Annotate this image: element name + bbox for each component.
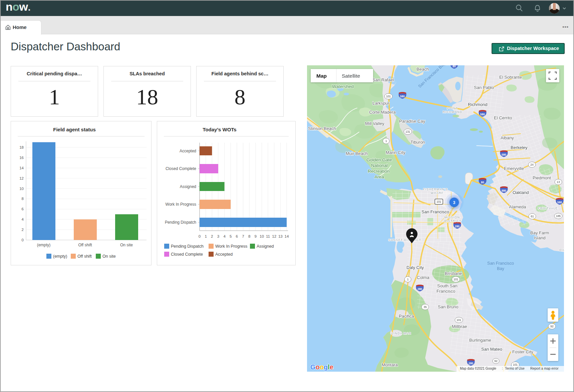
svg-text:1: 1 <box>205 234 207 238</box>
svg-text:MISSION: MISSION <box>445 216 460 219</box>
svg-text:3: 3 <box>217 234 219 238</box>
svg-text:Millbrae: Millbrae <box>452 324 467 329</box>
svg-text:Work In Progress: Work In Progress <box>166 202 196 207</box>
svg-text:Bay Farm: Bay Farm <box>530 230 549 235</box>
svg-text:Terms of Use: Terms of Use <box>505 367 525 370</box>
svg-text:Off shift: Off shift <box>78 243 92 247</box>
svg-text:Paradise Cay: Paradise Cay <box>399 119 425 124</box>
svg-text:1: 1 <box>385 139 387 143</box>
svg-text:Closed Complete: Closed Complete <box>171 252 203 257</box>
svg-text:580: 580 <box>480 113 485 116</box>
svg-text:3: 3 <box>453 200 456 205</box>
svg-text:Alameda: Alameda <box>509 204 526 209</box>
svg-text:Berkeley: Berkeley <box>511 145 528 150</box>
svg-text:Beach: Beach <box>416 67 429 72</box>
svg-text:San Bruno: San Bruno <box>438 304 458 309</box>
svg-text:El Sobrante: El Sobrante <box>499 75 522 80</box>
svg-text:South San: South San <box>437 283 458 288</box>
svg-text:24: 24 <box>530 163 534 166</box>
svg-text:Oakland: Oakland <box>513 190 529 195</box>
svg-text:101: 101 <box>457 318 461 322</box>
svg-text:Marin City: Marin City <box>386 150 405 155</box>
svg-text:280: 280 <box>455 225 460 228</box>
svg-text:Accepted: Accepted <box>215 252 233 257</box>
svg-text:Burlingame: Burlingame <box>469 338 491 343</box>
svg-text:580: 580 <box>502 153 506 156</box>
svg-text:1: 1 <box>407 278 409 281</box>
svg-text:Muir Beach: Muir Beach <box>346 151 368 156</box>
svg-text:Foster City: Foster City <box>512 349 533 354</box>
svg-text:(empty): (empty) <box>53 254 67 259</box>
svg-text:RICHMOND: RICHMOND <box>443 110 462 114</box>
svg-text:14: 14 <box>285 234 289 238</box>
svg-text:DA: DA <box>560 248 564 252</box>
svg-text:8: 8 <box>248 234 250 238</box>
svg-text:DISTRICT: DISTRICT <box>444 219 461 223</box>
svg-text:101: 101 <box>386 95 391 98</box>
svg-text:El Cerrito: El Cerrito <box>494 115 512 120</box>
svg-text:Daly City: Daly City <box>406 265 424 270</box>
svg-text:San Rafael: San Rafael <box>372 77 394 82</box>
svg-text:6: 6 <box>22 207 24 211</box>
svg-text:92: 92 <box>494 359 498 363</box>
svg-text:12: 12 <box>19 176 24 180</box>
svg-text:10: 10 <box>260 234 264 238</box>
svg-text:On site: On site <box>102 254 116 259</box>
svg-text:7: 7 <box>242 234 244 238</box>
svg-text:580: 580 <box>400 95 405 98</box>
svg-text:Pending Dispatch: Pending Dispatch <box>171 244 204 249</box>
svg-text:SUNSET DISTRICT: SUNSET DISTRICT <box>388 238 421 242</box>
svg-text:San Mateo: San Mateo <box>481 347 502 352</box>
svg-text:Pending Dispatch: Pending Dispatch <box>165 220 196 225</box>
svg-text:o: o <box>320 363 324 371</box>
svg-text:Island: Island <box>534 235 546 240</box>
svg-text:0: 0 <box>199 234 201 238</box>
svg-text:185: 185 <box>556 214 561 218</box>
svg-text:131: 131 <box>405 130 410 133</box>
svg-text:POINT: POINT <box>447 107 458 110</box>
svg-text:Albany: Albany <box>501 135 514 140</box>
svg-text:9: 9 <box>255 234 257 238</box>
svg-text:LINDA MAR: LINDA MAR <box>391 332 411 335</box>
svg-text:Work In Progress: Work In Progress <box>215 244 247 249</box>
svg-text:Area: Area <box>374 174 384 179</box>
svg-text:Colma: Colma <box>417 275 429 280</box>
svg-text:San Francisco: San Francisco <box>421 209 449 214</box>
svg-text:Corte Madera: Corte Madera <box>369 110 396 115</box>
svg-text:Larkspur: Larkspur <box>372 101 389 106</box>
svg-text:80: 80 <box>481 181 484 184</box>
svg-text:61: 61 <box>531 215 534 218</box>
svg-text:(empty): (empty) <box>37 243 51 247</box>
svg-text:8: 8 <box>22 197 24 201</box>
svg-text:2: 2 <box>22 228 24 232</box>
svg-text:San Pablo: San Pablo <box>474 85 494 90</box>
svg-text:80: 80 <box>453 65 456 68</box>
svg-text:14: 14 <box>19 166 24 170</box>
svg-text:o: o <box>316 363 320 371</box>
svg-text:Piedmont: Piedmont <box>533 175 551 180</box>
svg-text:4: 4 <box>223 234 226 238</box>
svg-text:Richmond: Richmond <box>468 102 488 107</box>
svg-text:5: 5 <box>230 234 232 238</box>
svg-text:Report a map error: Report a map error <box>530 367 559 370</box>
svg-text:35: 35 <box>423 305 427 309</box>
svg-text:G: G <box>310 363 316 371</box>
svg-text:Assigned: Assigned <box>180 184 196 189</box>
svg-text:880: 880 <box>502 189 506 192</box>
svg-text:Off shift: Off shift <box>77 254 92 259</box>
svg-text:2: 2 <box>211 234 213 238</box>
svg-text:Golden Gate: Golden Gate <box>366 157 392 162</box>
svg-text:16: 16 <box>19 156 24 160</box>
svg-text:101: 101 <box>454 278 458 281</box>
svg-text:4: 4 <box>22 217 24 221</box>
svg-text:Tiburon: Tiburon <box>410 140 425 145</box>
svg-text:National: National <box>371 163 388 168</box>
svg-text:Stinson Beach: Stinson Beach <box>308 126 336 131</box>
svg-text:Montara: Montara <box>382 362 398 367</box>
svg-text:101: 101 <box>437 200 441 203</box>
svg-text:Brisbane: Brisbane <box>445 271 462 276</box>
svg-text:6: 6 <box>236 234 238 238</box>
svg-text:San Francisco: San Francisco <box>487 261 514 266</box>
svg-text:11: 11 <box>266 234 270 238</box>
svg-text:Assigned: Assigned <box>257 244 274 249</box>
